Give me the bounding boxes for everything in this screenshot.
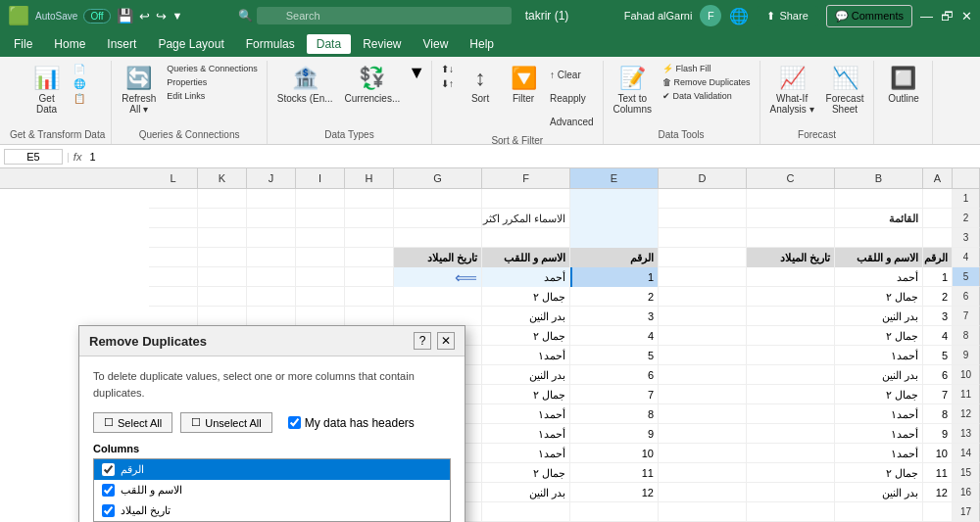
cell-E14[interactable]: 10 xyxy=(570,444,659,463)
cell-G4[interactable]: تاريخ الميلاد xyxy=(394,248,482,267)
cell-F9[interactable]: أحمد١ xyxy=(482,346,570,365)
cell-A8[interactable]: 4 xyxy=(923,326,953,346)
cell-D13[interactable] xyxy=(659,424,747,444)
name-box[interactable] xyxy=(4,149,63,165)
cell-D8[interactable] xyxy=(659,326,747,346)
save-icon[interactable]: 💾 xyxy=(117,8,133,24)
col-header-I[interactable]: I xyxy=(296,168,345,188)
cell-F13[interactable]: أحمد١ xyxy=(482,424,570,444)
globe-icon[interactable]: 🌐 xyxy=(729,7,749,25)
data-types-arrow[interactable]: ▼ xyxy=(408,63,425,83)
cell-F14[interactable]: أحمد١ xyxy=(482,444,570,463)
cell-C11[interactable] xyxy=(747,385,835,404)
sort-ascending-button[interactable]: ⬆↓ xyxy=(438,63,457,75)
cell-B6[interactable]: جمال ٢ xyxy=(835,287,923,307)
col-header-J[interactable]: J xyxy=(247,168,296,188)
cell-A10[interactable]: 6 xyxy=(923,365,953,385)
col-header-B[interactable]: B xyxy=(835,168,923,188)
from-text-button[interactable]: 📄 xyxy=(71,63,88,75)
column-item-name[interactable]: الاسم و اللقب xyxy=(94,480,450,500)
cell-A7[interactable]: 3 xyxy=(923,307,953,326)
cell-L7[interactable] xyxy=(149,307,198,326)
edit-links-button[interactable]: Edit Links xyxy=(164,90,261,102)
from-web-button[interactable]: 🌐 xyxy=(71,77,88,90)
menu-home[interactable]: Home xyxy=(44,34,95,54)
cell-E16[interactable]: 12 xyxy=(570,483,659,502)
menu-formulas[interactable]: Formulas xyxy=(236,34,305,54)
cell-A14[interactable]: 10 xyxy=(923,444,953,463)
cell-G2[interactable] xyxy=(394,209,482,228)
cell-A3[interactable] xyxy=(923,228,953,248)
cell-D16[interactable] xyxy=(659,483,747,502)
menu-help[interactable]: Help xyxy=(460,34,504,54)
cell-D3[interactable] xyxy=(659,228,747,248)
cell-G6[interactable] xyxy=(394,287,482,307)
col-header-H[interactable]: H xyxy=(345,168,394,188)
cell-C12[interactable] xyxy=(747,404,835,424)
cell-B13[interactable]: أحمد١ xyxy=(835,424,923,444)
cell-E7[interactable]: 3 xyxy=(570,307,659,326)
cell-B15[interactable]: جمال ٢ xyxy=(835,463,923,483)
cell-C16[interactable] xyxy=(747,483,835,502)
cell-F1[interactable] xyxy=(482,189,570,209)
cell-A6[interactable]: 2 xyxy=(923,287,953,307)
cell-I3[interactable] xyxy=(296,228,345,248)
cell-G7[interactable] xyxy=(394,307,482,326)
cell-K5[interactable] xyxy=(198,267,247,287)
data-validation-button[interactable]: ✔ Data Validation xyxy=(660,90,754,102)
dialog-close-button[interactable]: ✕ xyxy=(437,332,455,350)
cell-A17[interactable] xyxy=(923,502,953,522)
col-header-E[interactable]: E xyxy=(570,168,659,188)
cell-F2[interactable]: الاسماء المكرر اكثر من مرة هي : xyxy=(482,209,570,228)
sort-descending-button[interactable]: ⬇↑ xyxy=(438,77,457,90)
cell-H7[interactable] xyxy=(345,307,394,326)
cell-J2[interactable] xyxy=(247,209,296,228)
cell-I7[interactable] xyxy=(296,307,345,326)
cell-F16[interactable]: بدر النين xyxy=(482,483,570,502)
cell-E5[interactable]: 1 xyxy=(570,267,659,287)
cell-B8[interactable]: جمال ٢ xyxy=(835,326,923,346)
cell-L4[interactable] xyxy=(149,248,198,267)
queries-connections-button[interactable]: Queries & Connections xyxy=(164,63,261,74)
cell-B17[interactable] xyxy=(835,502,923,522)
column-checkbox-dob[interactable] xyxy=(102,504,115,517)
undo-icon[interactable]: ↩ xyxy=(139,9,150,24)
my-data-headers-checkbox[interactable] xyxy=(288,416,301,429)
outline-button[interactable]: 🔲 Outline xyxy=(884,63,923,107)
forecast-sheet-button[interactable]: 📉 ForecastSheet xyxy=(822,63,868,118)
cell-A1[interactable] xyxy=(923,189,953,209)
cell-E17[interactable] xyxy=(570,502,659,522)
properties-button[interactable]: Properties xyxy=(164,76,261,88)
cell-H6[interactable] xyxy=(345,287,394,307)
cell-H2[interactable] xyxy=(345,209,394,228)
cell-E12[interactable]: 8 xyxy=(570,404,659,424)
cell-B9[interactable]: أحمد١ xyxy=(835,346,923,365)
cell-A11[interactable]: 7 xyxy=(923,385,953,404)
cell-I6[interactable] xyxy=(296,287,345,307)
cell-K4[interactable] xyxy=(198,248,247,267)
restore-icon[interactable]: 🗗 xyxy=(941,9,954,24)
cell-F10[interactable]: بدر النين xyxy=(482,365,570,385)
close-icon[interactable]: ✕ xyxy=(961,9,972,24)
cell-C3[interactable] xyxy=(747,228,835,248)
cell-L1[interactable] xyxy=(149,189,198,209)
cell-F7[interactable]: بدر النين xyxy=(482,307,570,326)
cell-I5[interactable] xyxy=(296,267,345,287)
formula-input[interactable] xyxy=(85,150,976,164)
cell-E9[interactable]: 5 xyxy=(570,346,659,365)
select-all-button[interactable]: ☐ Select All xyxy=(93,412,172,433)
unselect-all-button[interactable]: ☐ Unselect All xyxy=(180,412,271,433)
cell-D5[interactable] xyxy=(659,267,747,287)
stocks-button[interactable]: 🏦 Stocks (En... xyxy=(273,63,337,107)
cell-J1[interactable] xyxy=(247,189,296,209)
menu-data[interactable]: Data xyxy=(307,34,351,54)
cell-K1[interactable] xyxy=(198,189,247,209)
cell-D10[interactable] xyxy=(659,365,747,385)
autosave-toggle[interactable]: Off xyxy=(83,9,110,24)
col-header-C[interactable]: C xyxy=(747,168,835,188)
cell-G5[interactable]: ⟸ xyxy=(394,267,482,287)
cell-C6[interactable] xyxy=(747,287,835,307)
column-checkbox-name[interactable] xyxy=(102,484,115,497)
column-item-dob[interactable]: تاريخ الميلاد xyxy=(94,500,450,521)
cell-C10[interactable] xyxy=(747,365,835,385)
